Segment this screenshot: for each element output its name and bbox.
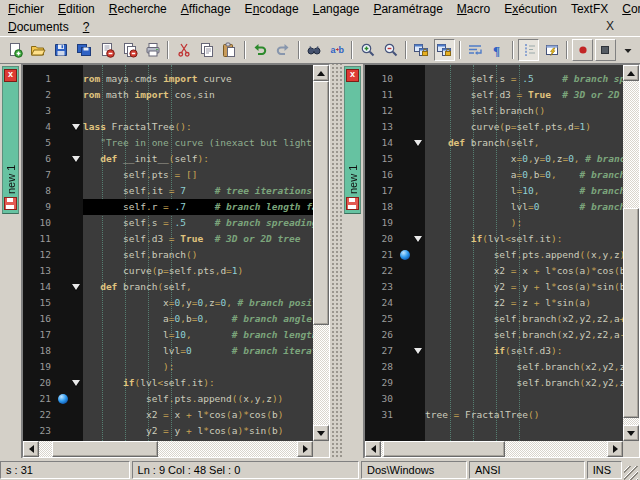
bookmark-slot[interactable] xyxy=(398,279,411,295)
save-all-button[interactable] xyxy=(74,39,95,61)
bookmark-slot[interactable] xyxy=(398,119,411,135)
vertical-scrollbar[interactable] xyxy=(313,65,329,441)
bookmark-slot[interactable] xyxy=(56,311,69,327)
bookmark-slot[interactable] xyxy=(398,215,411,231)
bookmark-slot[interactable] xyxy=(398,135,411,151)
vertical-scroll-thumb[interactable] xyxy=(623,208,639,418)
menu-macro[interactable]: Macro xyxy=(450,1,497,17)
bookmark-slot[interactable] xyxy=(398,103,411,119)
tab-close-icon[interactable]: x xyxy=(346,69,359,82)
bookmark-slot[interactable] xyxy=(56,231,69,247)
menu-?[interactable]: ? xyxy=(76,19,97,35)
horizontal-scroll-thumb[interactable] xyxy=(52,441,158,457)
bookmark-slot[interactable] xyxy=(398,167,411,183)
zoom-out-button[interactable] xyxy=(380,39,401,61)
fold-margin[interactable] xyxy=(411,65,425,441)
pane-splitter[interactable] xyxy=(330,64,342,458)
bookmark-slot[interactable] xyxy=(56,183,69,199)
bookmark-slot[interactable] xyxy=(398,183,411,199)
code-editor-left[interactable]: 1234567891011121314151617181920212223 fr… xyxy=(23,65,313,441)
user-dialog-button[interactable] xyxy=(541,39,562,61)
word-wrap-button[interactable] xyxy=(465,39,486,61)
bookmark-slot[interactable] xyxy=(56,423,69,439)
bookmark-slot[interactable] xyxy=(398,87,411,103)
scroll-up-button[interactable] xyxy=(623,65,639,81)
indent-guide-button[interactable] xyxy=(518,39,539,61)
paste-button[interactable] xyxy=(219,39,240,61)
bookmark-margin[interactable] xyxy=(56,65,69,441)
horizontal-scroll-thumb[interactable] xyxy=(383,441,505,457)
bookmark-slot[interactable] xyxy=(398,327,411,343)
replace-button[interactable]: ab xyxy=(326,39,347,61)
scroll-right-button[interactable] xyxy=(607,441,623,457)
bookmark-slot[interactable] xyxy=(56,375,69,391)
bookmark-slot[interactable] xyxy=(398,263,411,279)
bookmark-slot[interactable] xyxy=(398,311,411,327)
toolbar-dropdown-button[interactable] xyxy=(618,39,639,61)
fold-toggle[interactable] xyxy=(69,375,83,391)
scroll-right-button[interactable] xyxy=(297,441,313,457)
scroll-down-button[interactable] xyxy=(623,425,639,441)
show-all-chars-button[interactable]: ¶ xyxy=(488,39,509,61)
bookmark-marker[interactable] xyxy=(56,391,69,407)
bookmark-slot[interactable] xyxy=(56,135,69,151)
bookmark-slot[interactable] xyxy=(398,391,411,407)
bookmark-slot[interactable] xyxy=(398,71,411,87)
bookmark-slot[interactable] xyxy=(56,151,69,167)
close-all-button[interactable] xyxy=(119,39,140,61)
bookmark-slot[interactable] xyxy=(56,327,69,343)
bookmark-slot[interactable] xyxy=(56,359,69,375)
fold-toggle[interactable] xyxy=(411,343,425,359)
menu-compl-ments[interactable]: Compléments xyxy=(615,1,640,17)
bookmark-slot[interactable] xyxy=(56,407,69,423)
scroll-left-button[interactable] xyxy=(23,441,39,457)
menu-fichier[interactable]: Fichier xyxy=(1,1,51,17)
bookmark-margin[interactable] xyxy=(398,65,411,441)
bookmark-slot[interactable] xyxy=(56,247,69,263)
bookmark-slot[interactable] xyxy=(56,199,69,215)
bookmark-slot[interactable] xyxy=(398,151,411,167)
bookmark-slot[interactable] xyxy=(398,375,411,391)
stop-macro-button[interactable] xyxy=(595,39,616,61)
redo-button[interactable] xyxy=(273,39,294,61)
code-area[interactable]: self.s = .5 # branch spreading self.d3 =… xyxy=(425,65,623,441)
menu-recherche[interactable]: Recherche xyxy=(102,1,174,17)
code-editor-right[interactable]: 1011121314151617181920212223242526272829… xyxy=(365,65,623,441)
vertical-scroll-thumb[interactable] xyxy=(313,81,329,325)
fold-toggle[interactable] xyxy=(69,151,83,167)
bookmark-slot[interactable] xyxy=(56,295,69,311)
fold-toggle[interactable] xyxy=(411,231,425,247)
bookmark-slot[interactable] xyxy=(398,199,411,215)
tab-new1-right[interactable]: x new 1 xyxy=(344,66,361,214)
bookmark-marker[interactable] xyxy=(398,247,411,263)
bookmark-slot[interactable] xyxy=(56,279,69,295)
bookmark-slot[interactable] xyxy=(398,231,411,247)
open-folder-button[interactable] xyxy=(28,39,49,61)
menu-affichage[interactable]: Affichage xyxy=(174,1,238,17)
menu-edition[interactable]: Edition xyxy=(51,1,102,17)
child-close-button[interactable]: X xyxy=(602,19,618,33)
tab-new1-left[interactable]: x new 1 xyxy=(2,66,19,214)
tab-label[interactable]: new 1 xyxy=(347,82,359,197)
bookmark-slot[interactable] xyxy=(56,215,69,231)
bookmark-slot[interactable] xyxy=(398,295,411,311)
fold-toggle[interactable] xyxy=(411,135,425,151)
bookmark-slot[interactable] xyxy=(56,71,69,87)
fold-toggle[interactable] xyxy=(69,279,83,295)
close-button[interactable] xyxy=(97,39,118,61)
copy-button[interactable] xyxy=(196,39,217,61)
bookmark-slot[interactable] xyxy=(398,359,411,375)
menu-ex-cution[interactable]: Exécution xyxy=(497,1,564,17)
bookmark-slot[interactable] xyxy=(398,407,411,423)
find-button[interactable] xyxy=(304,39,325,61)
new-file-button[interactable] xyxy=(5,39,26,61)
menu-documents[interactable]: Documents xyxy=(1,19,76,35)
bookmark-slot[interactable] xyxy=(56,167,69,183)
fold-margin[interactable] xyxy=(69,65,83,441)
zoom-in-button[interactable] xyxy=(357,39,378,61)
vertical-scrollbar[interactable] xyxy=(623,65,639,441)
print-button[interactable] xyxy=(142,39,163,61)
save-button[interactable] xyxy=(51,39,72,61)
menu-param-trage[interactable]: Paramétrage xyxy=(366,1,449,17)
menu-textfx[interactable]: TextFX xyxy=(564,1,615,17)
